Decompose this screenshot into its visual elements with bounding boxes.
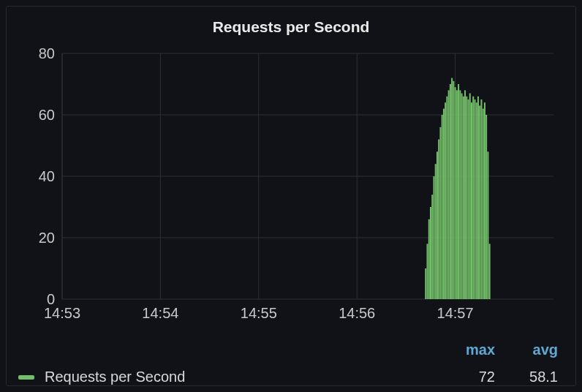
y-tick-label: 0 [47,291,55,306]
legend-row[interactable]: Requests per Second 72 58.1 [18,369,564,385]
legend-col-max[interactable]: max [456,342,495,358]
bar [466,97,467,299]
chart-panel[interactable]: Requests per Second 020406080 14:5314:54… [6,6,576,386]
bar [469,94,471,299]
bar [472,97,474,299]
bar [471,102,472,299]
bar [489,244,491,299]
y-tick-label: 80 [39,45,55,61]
bar [483,109,484,299]
bar [450,84,451,299]
bar [461,94,463,299]
chart-svg: 020406080 [18,40,564,306]
bar [435,164,436,299]
x-tick-label: 14:55 [241,305,277,322]
bar [479,105,480,299]
bar [448,90,450,299]
x-tick-label: 14:53 [44,305,80,322]
y-tick-label: 60 [39,107,55,123]
bar [438,140,439,299]
bar [451,78,453,299]
bar [453,81,454,299]
bar [484,102,485,299]
bar [439,127,441,299]
y-tick-label: 40 [39,168,55,184]
bar [433,176,434,299]
bar [463,97,464,299]
bar [428,219,430,299]
legend-series-label: Requests per Second [45,369,432,385]
bar [468,99,469,299]
bar [459,90,461,299]
y-tick-label: 20 [39,230,55,246]
bar [445,102,446,299]
bar [431,195,433,299]
bar [436,151,438,299]
legend-header: max avg [18,342,564,358]
legend-col-avg[interactable]: avg [518,342,558,358]
x-tick-label: 14:56 [339,305,375,322]
bar [425,268,426,299]
bar [427,244,428,299]
x-tick-label: 14:54 [142,305,178,322]
bar [464,90,466,299]
bar [443,109,445,299]
x-tick-label: 14:57 [437,305,474,322]
bar [474,99,475,299]
bar [430,207,431,299]
bar [485,115,487,299]
bar [458,84,459,299]
bar [476,102,477,299]
bar [480,99,482,299]
bar [477,97,479,299]
bar [455,87,456,299]
legend-series-max: 72 [456,369,495,385]
chart-plot-area: 020406080 14:5314:5414:5514:5614:57 [18,40,564,328]
bar [456,90,458,299]
bar [442,115,443,299]
chart-title: Requests per Second [18,7,564,40]
bar [487,151,488,299]
legend-series-avg: 58.1 [518,369,558,385]
legend-swatch-icon [18,375,34,380]
bar [446,97,447,299]
